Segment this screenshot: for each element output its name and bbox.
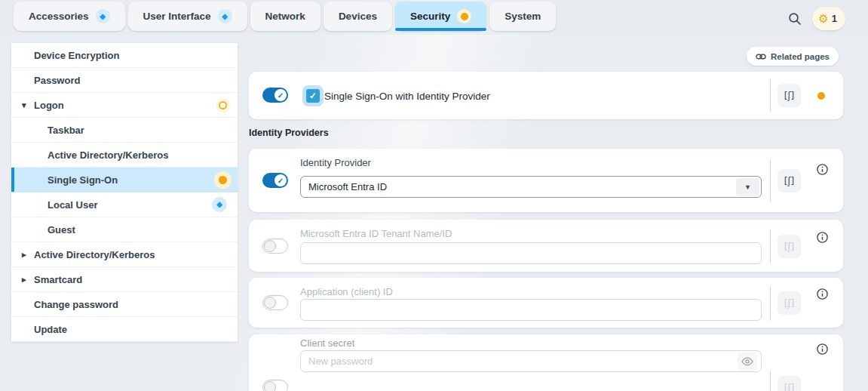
sidebar-item-guest[interactable]: Guest (11, 217, 238, 242)
parameter-button: [ʃ] (778, 291, 801, 315)
info-icon[interactable] (817, 343, 828, 355)
search-icon[interactable] (788, 12, 802, 26)
tenant-input[interactable] (300, 242, 762, 264)
settings-sidebar: Device Encryption Password ▾ Logon Taskb… (11, 43, 238, 342)
sidebar-item-update[interactable]: Update (11, 317, 238, 342)
sso-checkbox[interactable]: ✓ (306, 89, 320, 103)
sidebar-item-single-sign-on[interactable]: Single Sign-On (11, 168, 238, 192)
sidebar-item-label: Active Directory/Kerberos (48, 149, 168, 161)
sso-enable-card: ✓ ✓ Single Sign-On with Identity Provide… (249, 72, 843, 119)
info-icon[interactable] (817, 164, 828, 175)
tab-system[interactable]: System (489, 2, 556, 31)
sso-row-label: Single Sign-On with Identity Provider (324, 91, 490, 102)
tenant-card: Microsoft Entra ID Tenant Name/ID [ʃ] (249, 220, 843, 272)
modified-badge: ◆ (96, 9, 110, 23)
chevron-down-icon: ▼ (736, 178, 759, 196)
chevron-right-icon: ▸ (22, 275, 26, 285)
tab-label: System (505, 11, 541, 22)
divider (770, 371, 771, 391)
changes-counter-button[interactable]: ⚙ 1 (812, 7, 845, 30)
sidebar-item-label: Guest (48, 224, 75, 236)
sidebar-item-label: Change password (34, 299, 118, 310)
tab-user-interface[interactable]: User Interface ◆ (128, 2, 247, 31)
tab-accessories[interactable]: Accessories ◆ (14, 2, 125, 31)
info-icon[interactable] (817, 232, 828, 243)
changed-dot-icon (817, 92, 825, 100)
orange-dot-icon (461, 13, 468, 20)
parameter-button: [ʃ] (778, 376, 801, 391)
tab-devices[interactable]: Devices (324, 2, 392, 31)
tab-security[interactable]: Security (395, 2, 486, 31)
parameter-button[interactable]: [ʃ] (778, 169, 801, 192)
changes-count: 1 (832, 13, 837, 24)
tenant-toggle[interactable] (262, 239, 288, 254)
client-id-label: Application (client) ID (300, 286, 393, 297)
sidebar-item-label: Logon (34, 100, 64, 111)
divider (770, 79, 771, 112)
check-icon: ✓ (275, 174, 287, 186)
tab-network[interactable]: Network (250, 2, 321, 31)
check-icon: ✓ (275, 89, 287, 101)
ring-badge-icon (219, 101, 227, 109)
tab-label: User Interface (143, 11, 211, 22)
diamond-icon: ◆ (222, 13, 228, 20)
client-secret-toggle[interactable] (262, 380, 288, 391)
sidebar-item-local-user[interactable]: Local User ◆ (11, 192, 238, 217)
sidebar-item-ad-kerberos[interactable]: ▸ Active Directory/Kerberos (11, 242, 238, 267)
diamond-icon: ◆ (216, 201, 222, 208)
modified-badge: ◆ (218, 9, 232, 23)
identity-provider-label: Identity Provider (300, 157, 371, 168)
client-secret-label: Client secret (300, 337, 354, 349)
orange-dot-icon (219, 176, 227, 184)
diamond-badge: ◆ (212, 197, 227, 212)
client-id-card: Application (client) ID [ʃ] (249, 278, 843, 328)
tab-label: Network (265, 11, 305, 22)
divider (770, 286, 771, 321)
sidebar-item-label: Taskbar (48, 125, 84, 136)
sidebar-item-change-password[interactable]: Change password (11, 292, 238, 317)
link-icon (756, 53, 766, 60)
sidebar-item-taskbar[interactable]: Taskbar (11, 118, 238, 143)
sidebar-item-logon[interactable]: ▾ Logon (11, 93, 238, 118)
sidebar-item-smartcard[interactable]: ▸ Smartcard (11, 267, 238, 292)
parameter-button: [ʃ] (778, 235, 801, 258)
chevron-down-icon: ▾ (22, 100, 26, 110)
sidebar-item-label: Single Sign-On (48, 174, 118, 186)
identity-provider-toggle[interactable]: ✓ (262, 173, 288, 188)
tab-label: Devices (339, 11, 377, 22)
sso-enable-toggle[interactable]: ✓ (262, 88, 288, 103)
sidebar-item-label: Update (34, 324, 67, 335)
sidebar-item-label: Password (34, 75, 80, 86)
sidebar-item-label: Device Encryption (34, 50, 119, 61)
divider (770, 159, 771, 202)
sidebar-item-label: Local User (48, 199, 97, 211)
related-pages-label: Related pages (771, 52, 830, 61)
sidebar-item-label: Active Directory/Kerberos (34, 249, 155, 260)
tenant-label: Microsoft Entra ID Tenant Name/ID (300, 228, 452, 239)
chevron-right-icon: ▸ (22, 250, 26, 260)
parameter-button[interactable]: [ʃ] (778, 84, 801, 107)
identity-provider-select[interactable]: Microsoft Entra ID ▼ (300, 176, 762, 198)
sidebar-item-password[interactable]: Password (11, 68, 238, 93)
sidebar-item-label: Smartcard (34, 274, 82, 285)
section-title: Identity Providers (249, 128, 329, 138)
divider (770, 229, 771, 263)
sidebar-item-ad-kerberos-sub[interactable]: Active Directory/Kerberos (11, 143, 238, 168)
identity-provider-card: ✓ Identity Provider Microsoft Entra ID ▼… (249, 149, 843, 212)
client-id-toggle[interactable] (262, 295, 288, 310)
related-pages-button[interactable]: Related pages (747, 47, 839, 66)
selected-option: Microsoft Entra ID (308, 181, 387, 192)
tab-strip: Accessories ◆ User Interface ◆ Network D… (14, 2, 556, 31)
tab-label: Accessories (29, 11, 89, 22)
diamond-icon: ◆ (100, 13, 106, 20)
gear-icon: ⚙ (818, 13, 828, 24)
top-tab-bar: Accessories ◆ User Interface ◆ Network D… (0, 0, 868, 35)
changed-badge (457, 9, 471, 23)
show-password-eye-icon[interactable] (738, 353, 757, 370)
info-icon[interactable] (817, 288, 828, 300)
sidebar-item-device-encryption[interactable]: Device Encryption (11, 43, 238, 68)
client-secret-input[interactable] (300, 350, 762, 372)
tab-label: Security (410, 11, 450, 22)
client-id-input[interactable] (300, 299, 762, 321)
client-secret-card: Client secret [ʃ] (249, 334, 843, 391)
